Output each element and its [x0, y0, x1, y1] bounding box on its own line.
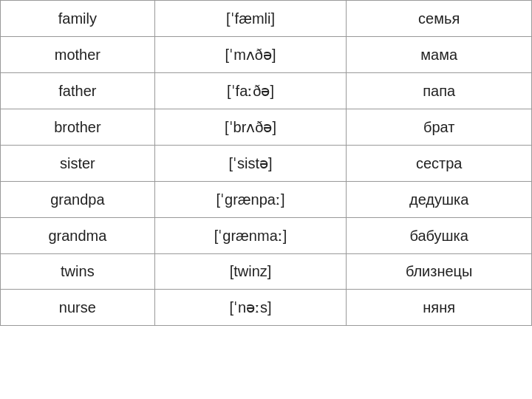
- pronunciation-cell: [twinz]: [154, 254, 347, 290]
- table-row: father[ˈfaːðə]папа: [1, 73, 532, 109]
- table-row: brother[ˈbrʌðə]брат: [1, 109, 532, 146]
- word-cell: grandpa: [1, 182, 155, 218]
- pronunciation-cell: [ˈfaːðə]: [154, 73, 347, 109]
- translation-cell: мама: [347, 37, 532, 73]
- word-cell: family: [1, 1, 155, 37]
- word-cell: nurse: [1, 290, 155, 326]
- vocabulary-table: family[ˈfæmli]семьяmother[ˈmʌðə]мамаfath…: [0, 0, 532, 326]
- word-cell: mother: [1, 37, 155, 73]
- translation-cell: дедушка: [347, 182, 532, 218]
- pronunciation-cell: [ˈsistə]: [154, 146, 347, 182]
- table-row: twins[twinz]близнецы: [1, 254, 532, 290]
- translation-cell: близнецы: [347, 254, 532, 290]
- word-cell: brother: [1, 109, 155, 146]
- word-cell: twins: [1, 254, 155, 290]
- pronunciation-cell: [ˈmʌðə]: [154, 37, 347, 73]
- table-row: grandpa[ˈgrænpaː]дедушка: [1, 182, 532, 218]
- table-row: grandma[ˈgrænmaː]бабушка: [1, 218, 532, 254]
- table-row: family[ˈfæmli]семья: [1, 1, 532, 37]
- pronunciation-cell: [ˈgrænpaː]: [154, 182, 347, 218]
- translation-cell: папа: [347, 73, 532, 109]
- table-row: sister[ˈsistə]сестра: [1, 146, 532, 182]
- translation-cell: бабушка: [347, 218, 532, 254]
- pronunciation-cell: [ˈnəːs]: [154, 290, 347, 326]
- translation-cell: сестра: [347, 146, 532, 182]
- pronunciation-cell: [ˈgrænmaː]: [154, 218, 347, 254]
- translation-cell: няня: [347, 290, 532, 326]
- word-cell: sister: [1, 146, 155, 182]
- translation-cell: семья: [347, 1, 532, 37]
- table-row: nurse[ˈnəːs]няня: [1, 290, 532, 326]
- pronunciation-cell: [ˈbrʌðə]: [154, 109, 347, 146]
- pronunciation-cell: [ˈfæmli]: [154, 1, 347, 37]
- table-row: mother[ˈmʌðə]мама: [1, 37, 532, 73]
- translation-cell: брат: [347, 109, 532, 146]
- word-cell: grandma: [1, 218, 155, 254]
- word-cell: father: [1, 73, 155, 109]
